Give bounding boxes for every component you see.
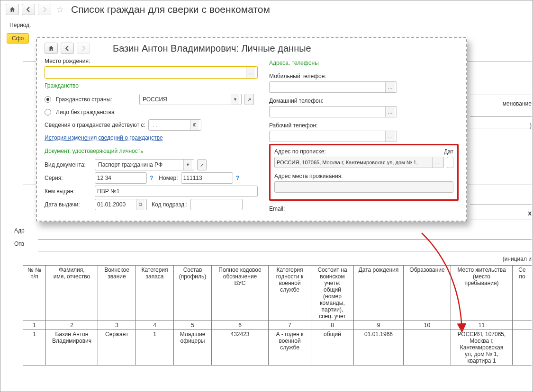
home-more-icon[interactable]: …: [385, 107, 395, 117]
birthplace-more-icon[interactable]: …: [246, 67, 255, 78]
cell-composition: Младшие офицеры: [174, 330, 212, 365]
th-se-frag: Се по: [513, 266, 532, 321]
th-fitness: Категория годности к военной службе: [269, 266, 311, 321]
birthplace-input[interactable]: …: [45, 66, 258, 79]
issue-date-value: 01.01.2000: [97, 201, 136, 208]
back-button-main[interactable]: [22, 4, 35, 15]
mobile-more-icon[interactable]: …: [385, 82, 395, 92]
number-value: 111113: [183, 175, 202, 181]
bg-text-frag-x: x: [528, 209, 532, 217]
bg-label-otv: Отв: [14, 241, 43, 247]
radio-stateless[interactable]: [45, 109, 51, 116]
back-button-dialog[interactable]: [61, 43, 74, 54]
bg-initials-frag: (инициал и: [503, 256, 532, 262]
reg-addr-label: Адрес по прописке:: [274, 148, 444, 155]
th-education: Образование: [404, 266, 451, 321]
forward-button-dialog: [77, 43, 90, 54]
home-input[interactable]: …: [269, 106, 397, 117]
address-highlight-box: Адрес по прописке: Дат РОССИЯ, 107065, М…: [269, 144, 459, 201]
reg-addr-input[interactable]: РОССИЯ, 107065, Москва г, Кантемировская…: [274, 157, 444, 168]
email-label: Email:: [269, 205, 459, 212]
cell-education: [404, 330, 451, 365]
addresses-section: Адреса, телефоны: [269, 60, 319, 66]
citizenship-section: Гражданство: [45, 82, 79, 89]
reg-addr-more-icon[interactable]: …: [432, 157, 442, 168]
res-addr-label: Адрес места проживания:: [274, 173, 453, 179]
personal-data-dialog: Базин Антон Владимирович: Личные данные …: [36, 37, 467, 222]
issue-date-calendar-icon[interactable]: 🗓: [136, 199, 145, 210]
data-row[interactable]: 1 Базин Антон Владимирович Сержант 1 Мла…: [23, 330, 532, 365]
date-frag-label: Дат: [444, 148, 453, 155]
bg-label-addr: Адр: [14, 227, 43, 234]
subdiv-input[interactable]: [190, 199, 243, 210]
series-input[interactable]: 12 34: [95, 172, 147, 184]
dialog-title: Базин Антон Владимирович: Личные данные: [113, 43, 311, 54]
th-num: № № п/п: [23, 266, 46, 321]
calendar-icon[interactable]: 🗓: [190, 120, 199, 130]
bg-text-frag-1: менование: [503, 100, 532, 107]
th-reg: Состоит на воинском учете: общий (номер …: [311, 266, 354, 321]
series-label: Серия:: [45, 175, 92, 181]
reg-addr-value: РОССИЯ, 107065, Москва г, Кантемировская…: [277, 160, 432, 165]
birthplace-label: Место рождения:: [45, 58, 258, 64]
cell-fio: Базин Антон Владимирович: [46, 330, 98, 365]
doc-type-dropdown-icon[interactable]: ▼: [183, 160, 192, 170]
country-value: РОССИЯ: [142, 96, 231, 103]
cell-fitness: А - годен к военной службе: [269, 330, 311, 365]
doc-type-value: Паспорт гражданина РФ: [97, 161, 183, 168]
mobile-input[interactable]: …: [269, 81, 397, 93]
issue-date-input[interactable]: 01.01.2000 🗓: [95, 199, 147, 210]
issued-by-input[interactable]: ПВР №1: [95, 186, 258, 197]
th-fio: Фамилия, имя, отчество: [46, 266, 98, 321]
home-button-dialog[interactable]: [45, 43, 58, 54]
cell-reg: общий: [311, 330, 354, 365]
reg-addr-side-box: [447, 157, 453, 168]
issued-by-label: Кем выдан:: [45, 188, 92, 195]
number-help-icon[interactable]: ?: [236, 175, 239, 181]
th-reserve: Категория запаса: [136, 266, 174, 321]
work-label: Рабочий телефон:: [269, 122, 459, 129]
index-row: 1 2 3 4 5 6 7 8 9 10 11: [23, 321, 532, 330]
work-more-icon[interactable]: …: [385, 131, 395, 142]
number-label: Номер:: [159, 175, 178, 181]
cell-vus: 432423: [212, 330, 269, 365]
home-button-main[interactable]: [6, 4, 19, 15]
doc-type-label: Вид документа:: [45, 161, 92, 168]
forward-button-main: [38, 4, 51, 15]
subdiv-label: Код подразд.:: [152, 201, 188, 208]
citizenship-date-value: . .: [151, 122, 190, 128]
th-residence: Место жительства (место пребывания): [451, 266, 513, 321]
citizenship-date-label: Сведения о гражданстве действуют с:: [45, 122, 145, 128]
cell-dob: 01.01.1966: [354, 330, 404, 365]
form-button-frag[interactable]: Сфо: [7, 33, 29, 44]
country-open-icon[interactable]: ↗: [244, 94, 254, 105]
identity-section: Документ, удостоверяющий личность: [45, 148, 143, 154]
doc-type-field[interactable]: Паспорт гражданина РФ ▼: [95, 159, 194, 170]
radio-country[interactable]: [45, 96, 51, 103]
favorite-star-icon[interactable]: ☆: [55, 4, 65, 15]
cell-reserve: 1: [136, 330, 174, 365]
series-help-icon[interactable]: ?: [150, 175, 153, 181]
page-title: Список граждан для сверки с военкоматом: [71, 4, 270, 15]
number-input[interactable]: 111113: [181, 172, 233, 184]
period-label: Период:: [9, 22, 31, 28]
th-vus: Полное кодовое обозначение ВУС: [212, 266, 269, 321]
issue-date-label: Дата выдачи:: [45, 201, 92, 208]
cell-residence: РОССИЯ, 107065, Москва г, Кантемировская…: [451, 330, 513, 365]
th-composition: Состав (профиль): [174, 266, 212, 321]
th-dob: Дата рождения: [354, 266, 404, 321]
citizens-table: № № п/п Фамилия, имя, отчество Воинское …: [23, 265, 532, 365]
issued-by-value: ПВР №1: [97, 188, 120, 195]
cell-rank: Сержант: [98, 330, 136, 365]
work-input[interactable]: …: [269, 131, 397, 142]
doc-type-open-icon[interactable]: ↗: [197, 159, 207, 170]
th-rank: Воинское звание: [98, 266, 136, 321]
citizenship-date-input[interactable]: . . 🗓: [148, 119, 201, 131]
radio-country-label: Гражданство страны:: [56, 96, 136, 103]
country-field[interactable]: РОССИЯ ▼: [139, 94, 242, 105]
citizenship-history-link[interactable]: История изменения сведений о гражданстве: [45, 134, 163, 141]
country-dropdown-icon[interactable]: ▼: [231, 94, 239, 105]
series-value: 12 34: [97, 175, 111, 181]
cell-num: 1: [23, 330, 46, 365]
res-addr-input[interactable]: [274, 181, 453, 193]
